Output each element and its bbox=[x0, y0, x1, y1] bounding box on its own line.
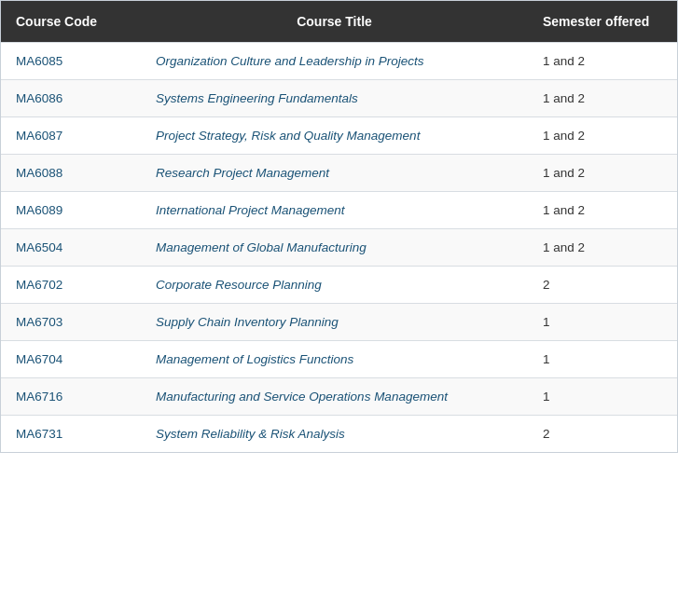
header-title: Course Title bbox=[141, 1, 528, 42]
table-row: MA6086Systems Engineering Fundamentals1 … bbox=[1, 79, 677, 116]
cell-course-code: MA6731 bbox=[1, 416, 141, 452]
cell-course-code: MA6087 bbox=[1, 117, 141, 154]
cell-course-title: Research Project Management bbox=[141, 155, 528, 191]
cell-course-title: Organization Culture and Leadership in P… bbox=[141, 43, 528, 79]
cell-semester-offered: 1 and 2 bbox=[528, 117, 677, 154]
cell-course-code: MA6088 bbox=[1, 155, 141, 191]
cell-course-code: MA6086 bbox=[1, 80, 141, 116]
cell-semester-offered: 1 and 2 bbox=[528, 192, 677, 228]
cell-course-code: MA6089 bbox=[1, 192, 141, 228]
table-row: MA6089International Project Management1 … bbox=[1, 191, 677, 228]
cell-course-code: MA6716 bbox=[1, 378, 141, 415]
cell-semester-offered: 1 and 2 bbox=[528, 43, 677, 79]
table-row: MA6702Corporate Resource Planning2 bbox=[1, 266, 677, 303]
cell-semester-offered: 1 and 2 bbox=[528, 229, 677, 266]
cell-course-title: Project Strategy, Risk and Quality Manag… bbox=[141, 117, 528, 154]
table-row: MA6085Organization Culture and Leadershi… bbox=[1, 42, 677, 79]
header-code: Course Code bbox=[1, 1, 141, 42]
header-semester: Semester offered bbox=[528, 1, 677, 42]
cell-semester-offered: 1 and 2 bbox=[528, 80, 677, 116]
cell-course-code: MA6704 bbox=[1, 341, 141, 377]
table-header: Course Code Course Title Semester offere… bbox=[1, 1, 677, 42]
cell-course-title: Systems Engineering Fundamentals bbox=[141, 80, 528, 116]
table-row: MA6731System Reliability & Risk Analysis… bbox=[1, 415, 677, 452]
course-table: Course Code Course Title Semester offere… bbox=[0, 0, 678, 453]
cell-semester-offered: 1 and 2 bbox=[528, 155, 677, 191]
cell-course-title: System Reliability & Risk Analysis bbox=[141, 416, 528, 452]
table-body: MA6085Organization Culture and Leadershi… bbox=[1, 42, 677, 452]
cell-semester-offered: 1 bbox=[528, 304, 677, 340]
cell-course-title: Supply Chain Inventory Planning bbox=[141, 304, 528, 340]
table-row: MA6716Manufacturing and Service Operatio… bbox=[1, 377, 677, 415]
cell-course-title: Manufacturing and Service Operations Man… bbox=[141, 378, 528, 415]
cell-semester-offered: 1 bbox=[528, 378, 677, 415]
table-row: MA6704Management of Logistics Functions1 bbox=[1, 340, 677, 377]
cell-course-code: MA6504 bbox=[1, 229, 141, 266]
cell-course-title: Management of Global Manufacturing bbox=[141, 229, 528, 266]
cell-course-code: MA6085 bbox=[1, 43, 141, 79]
cell-course-code: MA6702 bbox=[1, 267, 141, 303]
cell-course-title: International Project Management bbox=[141, 192, 528, 228]
cell-course-title: Management of Logistics Functions bbox=[141, 341, 528, 377]
cell-semester-offered: 2 bbox=[528, 416, 677, 452]
table-row: MA6703Supply Chain Inventory Planning1 bbox=[1, 303, 677, 340]
table-row: MA6087Project Strategy, Risk and Quality… bbox=[1, 116, 677, 154]
cell-semester-offered: 1 bbox=[528, 341, 677, 377]
cell-course-title: Corporate Resource Planning bbox=[141, 267, 528, 303]
table-row: MA6088Research Project Management1 and 2 bbox=[1, 154, 677, 191]
table-row: MA6504Management of Global Manufacturing… bbox=[1, 228, 677, 266]
cell-course-code: MA6703 bbox=[1, 304, 141, 340]
cell-semester-offered: 2 bbox=[528, 267, 677, 303]
